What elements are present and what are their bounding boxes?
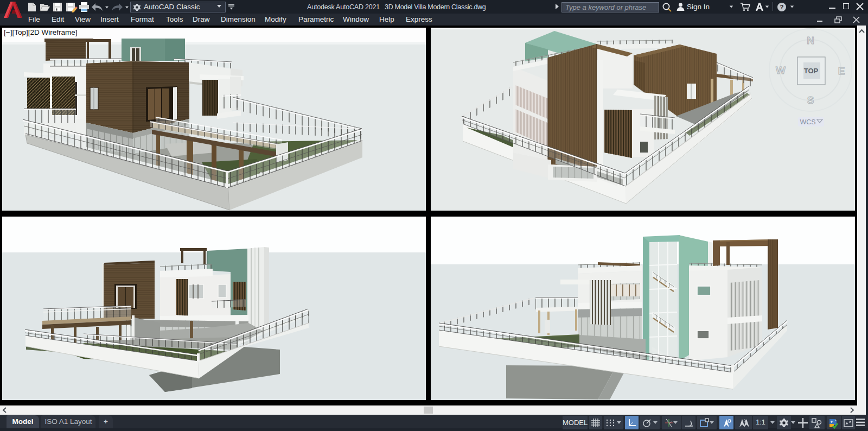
svg-text:W: W: [776, 65, 786, 76]
svg-text:?: ?: [780, 4, 783, 10]
svg-text:S: S: [807, 94, 814, 106]
svg-text:N: N: [807, 35, 814, 46]
svg-text:WCS: WCS: [800, 118, 815, 126]
svg-text:TOP: TOP: [804, 67, 819, 75]
svg-text:E: E: [838, 65, 845, 77]
